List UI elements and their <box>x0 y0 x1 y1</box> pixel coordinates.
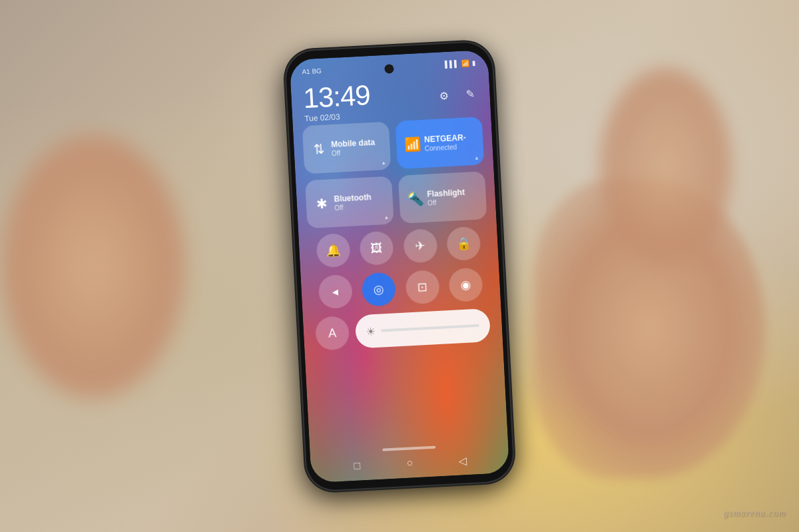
screencast-toggle[interactable]: 🖼 <box>360 230 395 266</box>
home-indicator <box>382 445 435 451</box>
tile-bluetooth[interactable]: ✱ Bluetooth Off ▴ <box>305 176 394 228</box>
flashlight-text: Flashlight Off <box>427 187 465 206</box>
nav-bar: □ ○ ◁ <box>310 448 509 477</box>
phone: A1 BG ▌▌▌ 📶 ▮ 13:49 Tue 02/03 ⚙ ✎ <box>285 41 514 491</box>
watermark: gsmarena.com <box>723 508 786 519</box>
hand-left <box>0 133 186 399</box>
bluetooth-expand: ▴ <box>385 213 389 220</box>
auto-brightness-icon: A <box>328 326 337 340</box>
screenrecord-toggle[interactable]: ⊡ <box>405 269 440 304</box>
brightness-row: A ☀ <box>312 308 493 350</box>
tile-flashlight[interactable]: 🔦 Flashlight Off <box>398 171 487 224</box>
bluetooth-label: Bluetooth <box>334 192 372 203</box>
brightness-slider[interactable]: ☀ <box>355 308 491 349</box>
time-section: 13:49 Tue 02/03 <box>303 81 372 123</box>
brightness-track[interactable] <box>381 324 479 332</box>
rotation-lock-toggle[interactable]: 🔒 <box>446 226 481 261</box>
tile-wifi[interactable]: 📶 NETGEAR- Connected ▴ <box>396 117 485 169</box>
eye-toggle[interactable]: ◉ <box>449 267 484 302</box>
mobile-data-expand: ▴ <box>382 158 386 165</box>
bell-toggle[interactable]: 🔔 <box>316 232 351 268</box>
flashlight-label: Flashlight <box>427 187 465 198</box>
airplane-toggle[interactable]: ✈ <box>403 228 438 264</box>
status-icons: ▌▌▌ 📶 ▮ <box>445 59 477 67</box>
settings-icon[interactable]: ⚙ <box>435 86 453 104</box>
wifi-expand: ▴ <box>475 154 479 160</box>
rotation-lock-icon: 🔒 <box>456 236 471 251</box>
mobile-data-label: Mobile data <box>331 137 376 149</box>
front-camera <box>384 64 394 74</box>
wifi-text: NETGEAR- Connected <box>424 133 467 152</box>
airplane-icon: ✈ <box>415 238 425 253</box>
bell-icon: 🔔 <box>326 242 341 258</box>
hand-right-top <box>599 67 732 266</box>
quick-settings: ⇅ Mobile data Off ▴ 📶 NETGEAR- Connected <box>302 117 494 359</box>
carrier-text: A1 BG <box>302 67 322 75</box>
bluetooth-sublabel: Off <box>334 202 372 212</box>
top-right-icons: ⚙ ✎ <box>435 85 479 104</box>
qs-row-1: ⇅ Mobile data Off ▴ 📶 NETGEAR- Connected <box>302 117 484 174</box>
signal-icon: ▌▌▌ <box>445 59 459 67</box>
bluetooth-text: Bluetooth Off <box>334 192 372 211</box>
screenrecord-icon: ⊡ <box>417 279 427 294</box>
circles-row-1: 🔔 🖼 ✈ 🔒 <box>308 226 489 268</box>
flashlight-sublabel: Off <box>427 197 465 206</box>
screen: A1 BG ▌▌▌ 📶 ▮ 13:49 Tue 02/03 ⚙ ✎ <box>290 49 510 483</box>
auto-brightness-toggle[interactable]: A <box>315 316 350 351</box>
focus-icon: ◎ <box>373 282 384 297</box>
time-display: 13:49 <box>303 81 371 113</box>
mobile-data-icon: ⇅ <box>311 140 326 157</box>
edit-icon[interactable]: ✎ <box>461 85 479 103</box>
circles-row-2: ◂ ◎ ⊡ ◉ <box>310 266 491 309</box>
qs-row-2: ✱ Bluetooth Off ▴ 🔦 Flashlight Off <box>305 171 487 228</box>
screencast-icon: 🖼 <box>370 240 383 255</box>
bluetooth-icon: ✱ <box>314 195 329 212</box>
home-button[interactable]: ○ <box>400 453 419 472</box>
back-button[interactable]: ◁ <box>453 450 472 469</box>
location-toggle[interactable]: ◂ <box>318 274 353 309</box>
recents-button[interactable]: □ <box>348 456 367 475</box>
wifi-tile-icon: 📶 <box>404 136 419 152</box>
focus-toggle[interactable]: ◎ <box>362 272 397 307</box>
brightness-sun-icon: ☀ <box>366 324 376 338</box>
wifi-label: NETGEAR- <box>424 133 466 144</box>
location-icon: ◂ <box>332 284 339 298</box>
battery-icon: ▮ <box>472 59 477 66</box>
tile-mobile-data[interactable]: ⇅ Mobile data Off ▴ <box>302 121 392 174</box>
wifi-icon: 📶 <box>461 59 470 67</box>
mobile-data-text: Mobile data Off <box>331 137 376 157</box>
flashlight-icon: 🔦 <box>407 190 422 207</box>
scene: A1 BG ▌▌▌ 📶 ▮ 13:49 Tue 02/03 ⚙ ✎ <box>0 0 799 532</box>
eye-icon: ◉ <box>460 277 471 292</box>
